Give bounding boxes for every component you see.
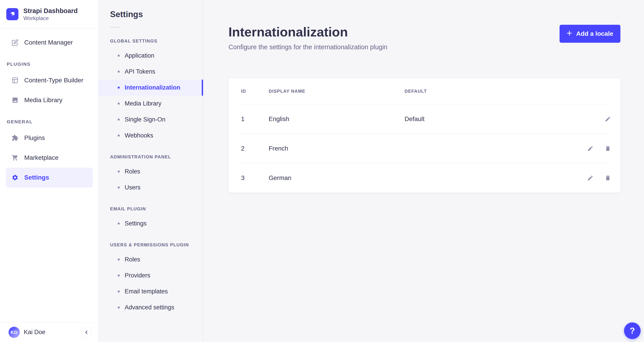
settings-sidebar: Settings GLOBAL SETTINGSApplicationAPI T… [98,0,203,342]
settings-item-providers[interactable]: Providers [98,268,203,283]
sidebar-item-label: Settings [24,174,49,181]
settings-item-single-sign-on[interactable]: Single Sign-On [98,112,203,128]
settings-item-label: Email templates [125,288,168,295]
locale-display-name: French [269,145,404,152]
puzzle-icon [12,134,18,141]
bullet-icon [118,134,120,137]
sidebar-item-label: Content Manager [24,39,73,46]
settings-item-email-templates[interactable]: Email templates [98,283,203,299]
column-header-id: ID [241,89,269,94]
edit-locale-button[interactable] [587,174,594,182]
bullet-icon [118,274,120,276]
locale-id: 2 [241,145,269,152]
page-title: Internationalization [228,24,388,39]
settings-item-roles[interactable]: Roles [98,163,203,180]
sidebar-item-content-type-builder[interactable]: Content-Type Builder [6,70,93,90]
main-sidebar: Strapi Dashboard Workplace Content Manag… [0,0,98,342]
plus-icon: + [567,29,572,38]
settings-item-advanced-settings[interactable]: Advanced settings [98,299,203,315]
main-nav-sections: Content ManagerPLUGINSContent-Type Build… [0,29,98,342]
user-name: Kai Doe [24,329,45,336]
content: Internationalization Configure the setti… [203,0,644,342]
sidebar-item-marketplace[interactable]: Marketplace [6,148,93,168]
column-header-default: DEFAULT [404,89,558,94]
settings-sidebar-title: Settings [98,10,203,19]
bullet-icon [118,290,120,292]
settings-item-settings[interactable]: Settings [98,216,203,232]
sidebar-item-media-library[interactable]: Media Library [6,90,93,110]
settings-section-administration-panel: ADMINISTRATION PANELRolesUsers [98,154,203,196]
brand-subtitle: Workplace [23,15,78,22]
sidebar-item-content-manager[interactable]: Content Manager [6,33,93,52]
settings-item-label: Providers [125,272,150,279]
add-locale-button-label: Add a locale [576,30,613,37]
sidebar-item-label: Marketplace [24,154,59,161]
settings-item-internationalization[interactable]: Internationalization [98,80,203,96]
settings-item-users[interactable]: Users [98,180,203,196]
add-locale-button[interactable]: + Add a locale [560,25,620,43]
app: { "brand": { "title": "Strapi Dashboard"… [0,0,644,342]
edit-locale-button[interactable] [604,115,612,123]
bullet-icon [118,55,120,57]
help-button[interactable]: ? [624,322,641,339]
pencil-icon [587,145,594,152]
nav-section-label: GENERAL [7,119,93,124]
bullet-icon [118,223,120,225]
divider [110,27,121,28]
settings-item-label: Users [125,184,140,191]
settings-item-media-library[interactable]: Media Library [98,96,203,112]
locale-id: 3 [241,174,269,182]
edit-square-icon [12,39,18,46]
settings-item-label: Single Sign-On [125,116,166,123]
page-subtitle: Configure the settings for the internati… [228,43,388,51]
delete-locale-button[interactable] [604,145,612,152]
sidebar-item-label: Media Library [24,97,62,104]
settings-section-label: EMAIL PLUGIN [98,206,203,212]
settings-section-email-plugin: EMAIL PLUGINSettings [98,206,203,232]
settings-item-roles[interactable]: Roles [98,252,203,268]
pencil-icon [605,116,611,122]
cart-icon [12,154,18,161]
sidebar-item-settings[interactable]: Settings [6,168,93,188]
edit-locale-button[interactable] [587,145,594,152]
locales-table: ID DISPLAY NAME DEFAULT 1EnglishDefault2… [228,78,620,193]
table-row-french: 2French [228,134,620,163]
page-header: Internationalization Configure the setti… [228,24,620,51]
settings-item-application[interactable]: Application [98,48,203,64]
locale-id: 1 [241,115,269,123]
sidebar-item-label: Plugins [24,134,45,141]
bullet-icon [118,306,120,308]
bullet-icon [118,119,120,121]
settings-item-api-tokens[interactable]: API Tokens [98,64,203,80]
bullet-icon [118,103,120,105]
settings-item-label: Webhooks [125,132,153,139]
sidebar-item-plugins[interactable]: Plugins [6,128,93,148]
brand-title: Strapi Dashboard [23,7,78,15]
row-actions [558,115,612,123]
bullet-icon [118,187,120,189]
settings-item-label: Settings [125,220,147,227]
avatar: KD [8,327,20,338]
collapse-sidebar-button[interactable] [82,327,92,338]
trash-icon [605,145,611,152]
settings-item-label: Advanced settings [125,304,174,311]
bullet-icon [118,87,120,89]
delete-locale-button[interactable] [604,174,612,182]
bullet-icon [118,170,120,173]
settings-section-label: GLOBAL SETTINGS [98,39,203,44]
question-mark-icon: ? [630,326,635,336]
chevron-left-icon [84,329,90,335]
settings-item-webhooks[interactable]: Webhooks [98,128,203,143]
column-header-display-name: DISPLAY NAME [269,89,404,94]
row-actions [558,174,612,182]
user-profile[interactable]: KD Kai Doe [0,322,98,342]
table-header: ID DISPLAY NAME DEFAULT [228,78,620,104]
nav-section-label: PLUGINS [7,61,93,67]
settings-section-label: USERS & PERMISSIONS PLUGIN [98,242,203,248]
brand[interactable]: Strapi Dashboard Workplace [0,0,98,29]
brand-text: Strapi Dashboard Workplace [23,7,78,22]
settings-section-global-settings: GLOBAL SETTINGSApplicationAPI TokensInte… [98,39,203,143]
trash-icon [605,175,611,181]
settings-item-label: Roles [125,256,140,263]
sidebar-item-label: Content-Type Builder [24,77,83,84]
